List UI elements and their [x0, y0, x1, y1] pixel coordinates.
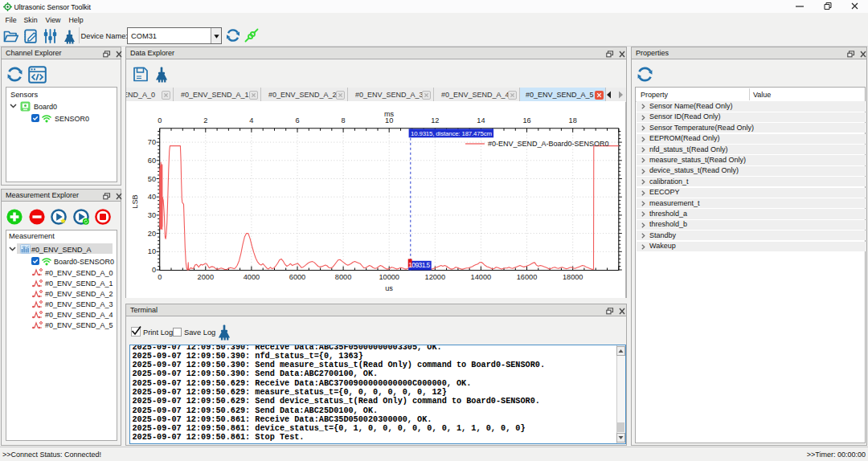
svg-text:6: 6 [295, 116, 299, 124]
svg-text:12: 12 [431, 116, 439, 124]
svg-text:20: 20 [148, 230, 156, 238]
svg-text:30: 30 [148, 211, 156, 219]
svg-text:16000: 16000 [517, 273, 538, 281]
svg-text:14000: 14000 [471, 273, 492, 281]
svg-text:2000: 2000 [198, 273, 214, 281]
svg-text:18000: 18000 [563, 273, 583, 281]
svg-text:70: 70 [148, 138, 156, 146]
svg-text:8000: 8000 [335, 273, 351, 281]
svg-text:12000: 12000 [425, 273, 446, 281]
svg-text:40: 40 [148, 193, 156, 201]
svg-text:us: us [385, 284, 393, 292]
svg-text:14: 14 [477, 116, 485, 124]
svg-text:0: 0 [152, 266, 156, 274]
svg-text:8: 8 [342, 116, 346, 124]
svg-text:0: 0 [158, 273, 162, 281]
svg-text:60: 60 [148, 157, 156, 165]
svg-text:6000: 6000 [289, 273, 305, 281]
svg-text:LSB: LSB [131, 194, 139, 208]
svg-text:4000: 4000 [244, 273, 260, 281]
svg-text:2: 2 [203, 116, 207, 124]
svg-text:16: 16 [522, 116, 530, 124]
svg-text:18: 18 [569, 116, 577, 124]
svg-text:50: 50 [148, 175, 156, 183]
svg-text:#0-ENV_SEND_A-Board0-SENSOR0: #0-ENV_SEND_A-Board0-SENSOR0 [488, 140, 609, 148]
svg-text:ms: ms [384, 110, 395, 118]
svg-text:10: 10 [148, 247, 156, 255]
svg-text:0: 0 [158, 116, 162, 124]
svg-text:10000: 10000 [379, 273, 399, 281]
svg-text:10931.5: 10931.5 [408, 261, 430, 269]
svg-text:4: 4 [249, 116, 253, 124]
svg-text:10.9315, distance: 187.475cm: 10.9315, distance: 187.475cm [411, 130, 492, 137]
